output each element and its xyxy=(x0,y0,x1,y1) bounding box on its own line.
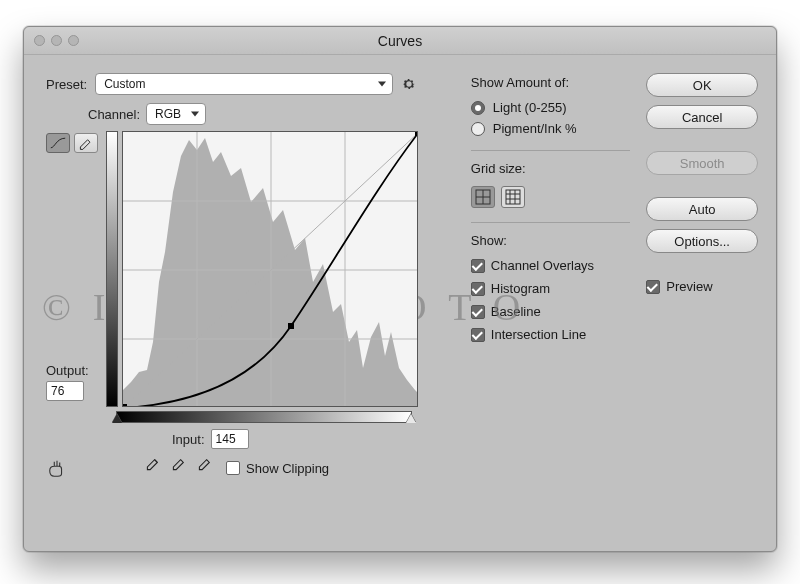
input-label: Input: xyxy=(172,432,205,447)
show-histogram-checkbox[interactable]: Histogram xyxy=(471,281,631,296)
checkbox-icon xyxy=(471,305,485,319)
grid-fine-button[interactable] xyxy=(501,186,525,208)
show-intersection-checkbox[interactable]: Intersection Line xyxy=(471,327,631,342)
show-baseline-checkbox[interactable]: Baseline xyxy=(471,304,631,319)
output-label: Output: xyxy=(46,363,89,378)
black-point-slider[interactable] xyxy=(112,414,122,423)
grid-coarse-button[interactable] xyxy=(471,186,495,208)
output-gradient-strip xyxy=(106,131,118,407)
white-point-slider[interactable] xyxy=(406,414,416,423)
grid-size-title: Grid size: xyxy=(471,161,631,176)
svg-rect-8 xyxy=(288,323,294,329)
radio-icon xyxy=(471,122,485,136)
black-eyedropper-icon[interactable] xyxy=(142,457,160,479)
close-icon[interactable] xyxy=(34,35,45,46)
ok-button[interactable]: OK xyxy=(646,73,758,97)
checkbox-icon xyxy=(471,259,485,273)
auto-button[interactable]: Auto xyxy=(646,197,758,221)
curve-tool-button[interactable] xyxy=(46,133,70,153)
amount-light-radio[interactable]: Light (0-255) xyxy=(471,100,631,115)
radio-icon xyxy=(471,101,485,115)
gear-icon[interactable] xyxy=(401,76,417,92)
white-eyedropper-icon[interactable] xyxy=(194,457,212,479)
zoom-icon[interactable] xyxy=(68,35,79,46)
preset-label: Preset: xyxy=(46,77,87,92)
show-amount-title: Show Amount of: xyxy=(471,75,631,90)
show-clipping-checkbox[interactable]: Show Clipping xyxy=(226,461,329,476)
titlebar: Curves xyxy=(24,27,776,55)
window-controls xyxy=(34,35,79,46)
cancel-button[interactable]: Cancel xyxy=(646,105,758,129)
targeted-adjust-icon[interactable] xyxy=(46,458,68,478)
channel-label: Channel: xyxy=(88,107,140,122)
svg-rect-7 xyxy=(123,404,127,407)
pencil-tool-button[interactable] xyxy=(74,133,98,153)
minimize-icon[interactable] xyxy=(51,35,62,46)
show-title: Show: xyxy=(471,233,631,248)
channel-value: RGB xyxy=(155,107,181,121)
amount-pigment-radio[interactable]: Pigment/Ink % xyxy=(471,121,631,136)
channel-select[interactable]: RGB xyxy=(146,103,206,125)
checkbox-icon xyxy=(226,461,240,475)
checkbox-icon xyxy=(471,328,485,342)
gray-eyedropper-icon[interactable] xyxy=(168,457,186,479)
svg-rect-13 xyxy=(506,190,520,204)
curves-graph[interactable] xyxy=(122,131,418,407)
preset-select[interactable]: Custom xyxy=(95,73,393,95)
svg-rect-9 xyxy=(415,132,418,136)
options-button[interactable]: Options... xyxy=(646,229,758,253)
show-channel-overlays-checkbox[interactable]: Channel Overlays xyxy=(471,258,631,273)
input-gradient-strip[interactable] xyxy=(116,411,412,423)
input-field[interactable]: 145 xyxy=(211,429,249,449)
output-field[interactable]: 76 xyxy=(46,381,84,401)
window-title: Curves xyxy=(378,33,422,49)
preview-checkbox[interactable]: Preview xyxy=(646,279,758,294)
preset-value: Custom xyxy=(104,77,145,91)
checkbox-icon xyxy=(646,280,660,294)
checkbox-icon xyxy=(471,282,485,296)
smooth-button: Smooth xyxy=(646,151,758,175)
curves-dialog: Curves ©IJOYERFOTO Preset: Custom xyxy=(23,26,777,552)
